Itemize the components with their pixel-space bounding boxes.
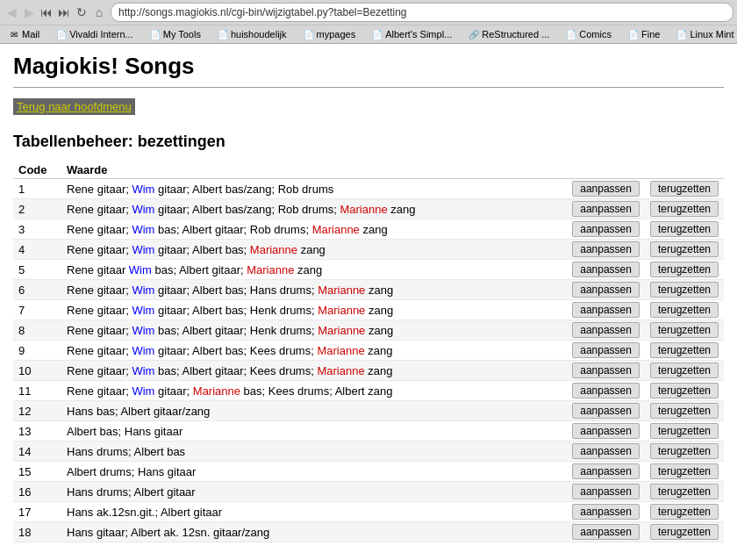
highlight-marianne: Marianne <box>318 304 365 317</box>
col-aanpassen <box>567 162 645 179</box>
terugzetten-button-6[interactable]: terugzetten <box>650 302 719 318</box>
cell-code: 14 <box>13 442 61 462</box>
cell-terugzetten: terugzetten <box>645 381 724 401</box>
last-button[interactable]: ⏭ <box>56 4 72 20</box>
terugzetten-button-11[interactable]: terugzetten <box>650 403 719 419</box>
cell-terugzetten: terugzetten <box>645 401 724 421</box>
reload-button[interactable]: ↻ <box>74 4 89 20</box>
bookmark-6[interactable]: 🔗ReStructured ... <box>463 27 554 41</box>
terugzetten-button-4[interactable]: terugzetten <box>650 262 719 277</box>
cell-value: Hans drums; Albert bas <box>61 442 567 462</box>
terugzetten-button-16[interactable]: terugzetten <box>650 504 719 520</box>
bookmark-3[interactable]: 📄huishoudelijk <box>212 27 291 41</box>
aanpassen-button-1[interactable]: aanpassen <box>572 201 640 217</box>
aanpassen-button-8[interactable]: aanpassen <box>572 342 640 358</box>
bookmark-5[interactable]: 📄Albert's Simpl... <box>367 27 456 41</box>
bookmark-icon-5: 📄 <box>371 28 383 40</box>
highlight-wim: Wim <box>132 384 154 398</box>
table-row: 8Rene gitaar; Wim bas; Albert gitaar; He… <box>13 320 724 341</box>
cell-terugzetten: terugzetten <box>645 421 724 442</box>
cell-value: Rene gitaar; Wim gitaar; Albert bas/zang… <box>61 179 567 199</box>
cell-value: Rene gitaar; Wim bas; Albert gitaar; Hen… <box>61 320 567 341</box>
nav-icons: ◀ ▶ ⏮ ⏭ ↻ ⌂ <box>4 4 107 20</box>
cell-aanpassen: aanpassen <box>567 179 645 199</box>
highlight-wim: Wim <box>132 223 154 236</box>
bookmark-8[interactable]: 📄Fine <box>623 27 664 41</box>
terugzetten-button-2[interactable]: terugzetten <box>650 221 719 237</box>
cell-value: Rene gitaar; Wim bas; Albert gitaar; Kee… <box>61 361 567 381</box>
table-row: 14Hans drums; Albert basaanpassenterugze… <box>13 442 724 462</box>
bookmark-4[interactable]: 📄mypages <box>298 27 361 41</box>
bookmark-7[interactable]: 📄Comics <box>561 27 616 41</box>
terugzetten-button-13[interactable]: terugzetten <box>650 443 719 459</box>
cell-terugzetten: terugzetten <box>645 341 724 361</box>
forward-button[interactable]: ▶ <box>21 4 37 20</box>
aanpassen-button-11[interactable]: aanpassen <box>572 403 640 419</box>
highlight-wim: Wim <box>132 364 154 377</box>
bookmark-1[interactable]: 📄Vivaldi Intern... <box>51 27 138 41</box>
cell-value: Rene gitaar; Wim gitaar; Albert bas/zang… <box>61 199 567 219</box>
address-bar[interactable]: http://songs.magiokis.nl/cgi-bin/wijzigt… <box>111 3 733 22</box>
terugzetten-button-8[interactable]: terugzetten <box>650 342 719 358</box>
terugzetten-button-7[interactable]: terugzetten <box>650 322 719 338</box>
aanpassen-button-6[interactable]: aanpassen <box>572 302 640 318</box>
aanpassen-button-3[interactable]: aanpassen <box>572 241 640 257</box>
highlight-wim: Wim <box>132 284 154 297</box>
bookmark-0[interactable]: ✉Mail <box>4 27 44 41</box>
aanpassen-button-2[interactable]: aanpassen <box>572 221 640 237</box>
cell-value: Hans gitaar; Albert ak. 12sn. gitaar/zan… <box>61 522 567 542</box>
highlight-marianne: Marianne <box>318 324 365 337</box>
bezettingen-table: Code Waarde 1Rene gitaar; Wim gitaar; Al… <box>13 162 724 542</box>
aanpassen-button-4[interactable]: aanpassen <box>572 262 640 277</box>
aanpassen-button-15[interactable]: aanpassen <box>572 484 640 499</box>
highlight-wim: Wim <box>132 324 154 337</box>
home-button[interactable]: ⌂ <box>91 4 107 20</box>
terugzetten-button-5[interactable]: terugzetten <box>650 282 719 298</box>
bookmark-icon-1: 📄 <box>55 28 68 40</box>
bookmark-2[interactable]: 📄My Tools <box>145 27 205 41</box>
aanpassen-button-14[interactable]: aanpassen <box>572 463 640 479</box>
terugzetten-button-15[interactable]: terugzetten <box>650 484 719 499</box>
table-row: 5Rene gitaar Wim bas; Albert gitaar; Mar… <box>13 260 724 280</box>
terugzetten-button-12[interactable]: terugzetten <box>650 423 719 439</box>
terugzetten-button-0[interactable]: terugzetten <box>650 181 719 197</box>
cell-value: Rene gitaar; Wim gitaar; Albert bas; Hen… <box>61 300 567 320</box>
back-link[interactable]: Terug naar hoofdmenu <box>13 98 135 115</box>
table-row: 7Rene gitaar; Wim gitaar; Albert bas; He… <box>13 300 724 320</box>
aanpassen-button-5[interactable]: aanpassen <box>572 282 640 298</box>
aanpassen-button-12[interactable]: aanpassen <box>572 423 640 439</box>
aanpassen-button-13[interactable]: aanpassen <box>572 443 640 459</box>
terugzetten-button-3[interactable]: terugzetten <box>650 241 719 257</box>
table-row: 17Hans ak.12sn.git.; Albert gitaaraanpas… <box>13 502 724 522</box>
terugzetten-button-17[interactable]: terugzetten <box>650 524 719 540</box>
first-button[interactable]: ⏮ <box>39 4 54 20</box>
aanpassen-button-10[interactable]: aanpassen <box>572 383 640 398</box>
page-content: Magiokis! Songs Terug naar hoofdmenu Tab… <box>0 44 737 551</box>
terugzetten-button-14[interactable]: terugzetten <box>650 463 719 479</box>
col-code: Code <box>13 162 61 179</box>
cell-aanpassen: aanpassen <box>567 462 645 482</box>
cell-aanpassen: aanpassen <box>567 381 645 401</box>
page-title: Magiokis! Songs <box>13 53 724 80</box>
terugzetten-button-1[interactable]: terugzetten <box>650 201 719 217</box>
aanpassen-button-0[interactable]: aanpassen <box>572 181 640 197</box>
cell-aanpassen: aanpassen <box>567 482 645 502</box>
cell-code: 7 <box>13 300 61 320</box>
bookmark-9[interactable]: 📄Linux Mint <box>671 27 737 41</box>
browser-chrome: ◀ ▶ ⏮ ⏭ ↻ ⌂ http://songs.magiokis.nl/cgi… <box>0 0 737 44</box>
cell-code: 9 <box>13 341 61 361</box>
cell-aanpassen: aanpassen <box>567 280 645 300</box>
aanpassen-button-9[interactable]: aanpassen <box>572 363 640 378</box>
table-row: 9Rene gitaar; Wim gitaar; Albert bas; Ke… <box>13 341 724 361</box>
aanpassen-button-7[interactable]: aanpassen <box>572 322 640 338</box>
highlight-wim: Wim <box>132 183 154 196</box>
terugzetten-button-10[interactable]: terugzetten <box>650 383 719 398</box>
aanpassen-button-16[interactable]: aanpassen <box>572 504 640 520</box>
page-divider <box>13 87 724 88</box>
cell-code: 16 <box>13 482 61 502</box>
terugzetten-button-9[interactable]: terugzetten <box>650 363 719 378</box>
cell-value: Hans ak.12sn.git.; Albert gitaar <box>61 502 567 522</box>
cell-aanpassen: aanpassen <box>567 260 645 280</box>
back-button[interactable]: ◀ <box>4 4 19 20</box>
aanpassen-button-17[interactable]: aanpassen <box>572 524 640 540</box>
